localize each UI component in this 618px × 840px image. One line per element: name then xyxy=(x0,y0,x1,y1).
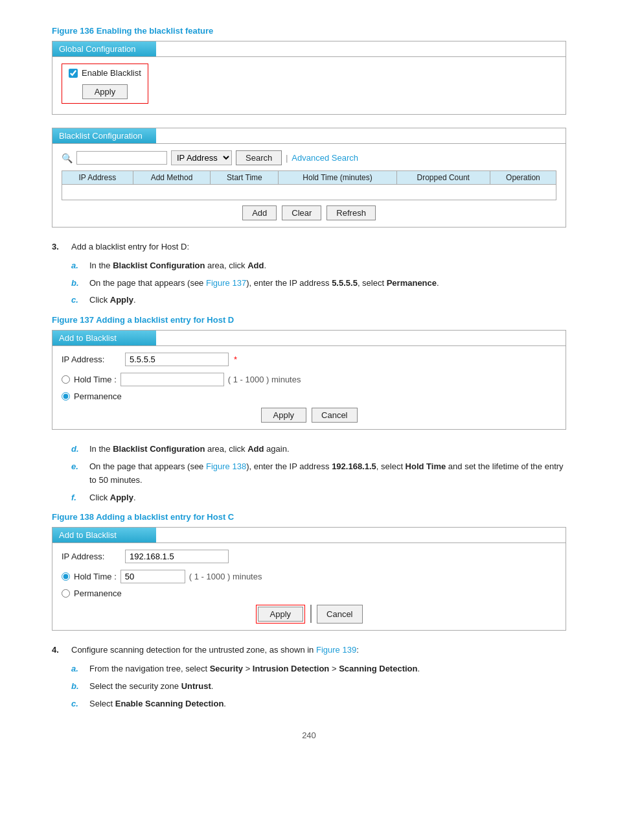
refresh-button[interactable]: Refresh xyxy=(326,205,376,220)
table-empty-row xyxy=(62,185,556,200)
step-3e-text: On the page that appears (see Figure 138… xyxy=(89,460,566,487)
col-operation: Operation xyxy=(490,171,556,185)
hold-time-input-137[interactable] xyxy=(120,373,224,386)
step-4c-text: Select Enable Scanning Detection. xyxy=(89,697,226,711)
step-4b-text: Select the security zone Untrust. xyxy=(89,680,213,694)
figure-136-caption: Figure 136 Enabling the blacklist featur… xyxy=(52,26,566,36)
search-icon: 🔍 xyxy=(62,153,73,163)
page-number: 240 xyxy=(52,730,566,740)
ip-input-138[interactable] xyxy=(125,550,229,563)
figure-136-panel: Global Configuration Enable Blacklist Ap… xyxy=(52,41,566,115)
step-3d-letter: d. xyxy=(71,443,83,456)
hold-time-label-137: Hold Time : xyxy=(74,375,117,384)
hold-time-input-138[interactable] xyxy=(120,570,185,583)
clear-button[interactable]: Clear xyxy=(282,205,321,220)
col-dropped-count: Dropped Count xyxy=(396,171,490,185)
step-3-num: 3. xyxy=(52,240,65,254)
search-input[interactable] xyxy=(76,151,167,165)
cancel-btn-138[interactable]: Cancel xyxy=(317,605,362,624)
step-3c-text: Click Apply. xyxy=(89,294,136,307)
step-3a: a. In the Blacklist Configuration area, … xyxy=(71,259,566,273)
step-3c: c. Click Apply. xyxy=(71,294,566,307)
step-3a-letter: a. xyxy=(71,259,83,273)
step-3d-text: In the Blacklist Configuration area, cli… xyxy=(89,443,290,456)
figure-138-caption: Figure 138 Adding a blacklist entry for … xyxy=(52,512,566,522)
hold-time-radio-138[interactable] xyxy=(62,572,70,581)
permanence-radio-138[interactable] xyxy=(62,589,70,598)
search-dropdown[interactable]: IP Address xyxy=(171,150,232,165)
ip-input-137[interactable] xyxy=(125,353,229,366)
apply-btn-137[interactable]: Apply xyxy=(261,408,307,423)
step-4a: a. From the navigation tree, select Secu… xyxy=(71,662,566,676)
step-3c-letter: c. xyxy=(71,294,83,307)
permanence-radio-137[interactable] xyxy=(62,392,70,401)
col-ip-address: IP Address xyxy=(62,171,133,185)
permanence-label-137: Permanence xyxy=(74,391,122,401)
ip-label-137: IP Address: xyxy=(62,355,120,364)
step-4a-letter: a. xyxy=(71,662,83,676)
step-3b-letter: b. xyxy=(71,277,83,290)
step-4b-letter: b. xyxy=(71,680,83,694)
ip-label-138: IP Address: xyxy=(62,552,120,561)
blacklist-config-header: Blacklist Configuration xyxy=(52,128,156,143)
hold-time-range-137: ( 1 - 1000 ) minutes xyxy=(228,375,301,384)
hold-time-label-138: Hold Time : xyxy=(74,572,117,581)
figure-137-caption: Figure 137 Adding a blacklist entry for … xyxy=(52,315,566,325)
step-4-text: Configure scanning detection for the unt… xyxy=(71,644,359,657)
step-3e-letter: e. xyxy=(71,460,83,487)
step-4a-text: From the navigation tree, select Securit… xyxy=(89,662,420,676)
step-3-text: Add a blacklist entry for Host D: xyxy=(71,240,189,254)
permanence-label-138: Permanence xyxy=(74,589,122,598)
cancel-btn-137[interactable]: Cancel xyxy=(312,408,357,423)
figure-137-panel: Add to Blacklist IP Address: * Hold Time… xyxy=(52,330,566,430)
figure-136-blacklist-panel: Blacklist Configuration 🔍 IP Address Sea… xyxy=(52,128,566,228)
step-3d: d. In the Blacklist Configuration area, … xyxy=(71,443,566,456)
global-apply-button[interactable]: Apply xyxy=(82,84,128,99)
col-start-time: Start Time xyxy=(211,171,279,185)
step-3b: b. On the page that appears (see Figure … xyxy=(71,277,566,290)
apply-btn-138[interactable]: Apply xyxy=(258,607,304,622)
search-button[interactable]: Search xyxy=(236,150,282,165)
step-3b-text: On the page that appears (see Figure 137… xyxy=(89,277,439,290)
figure-138-panel: Add to Blacklist IP Address: Hold Time :… xyxy=(52,527,566,631)
add-to-blacklist-header-138: Add to Blacklist xyxy=(52,528,156,542)
global-config-header: Global Configuration xyxy=(52,41,156,56)
blacklist-table: IP Address Add Method Start Time Hold Ti… xyxy=(62,170,556,200)
required-star-137: * xyxy=(234,355,237,364)
enable-blacklist-label: Enable Blacklist xyxy=(82,68,141,78)
hold-time-radio-137[interactable] xyxy=(62,375,70,384)
step-4c: c. Select Enable Scanning Detection. xyxy=(71,697,566,711)
step-4-num: 4. xyxy=(52,644,65,657)
add-to-blacklist-header-137: Add to Blacklist xyxy=(52,331,156,345)
step-3f-letter: f. xyxy=(71,491,83,505)
step-4b: b. Select the security zone Untrust. xyxy=(71,680,566,694)
add-button[interactable]: Add xyxy=(242,205,277,220)
advanced-search-link[interactable]: Advanced Search xyxy=(292,153,358,163)
step-3e: e. On the page that appears (see Figure … xyxy=(71,460,566,487)
enable-blacklist-checkbox[interactable] xyxy=(69,69,78,78)
step-4c-letter: c. xyxy=(71,697,83,711)
step-3a-text: In the Blacklist Configuration area, cli… xyxy=(89,259,266,273)
step-3f: f. Click Apply. xyxy=(71,491,566,505)
col-add-method: Add Method xyxy=(133,171,211,185)
step-3f-text: Click Apply. xyxy=(89,491,136,505)
col-hold-time: Hold Time (minutes) xyxy=(279,171,396,185)
hold-time-range-138: ( 1 - 1000 ) minutes xyxy=(189,572,262,581)
